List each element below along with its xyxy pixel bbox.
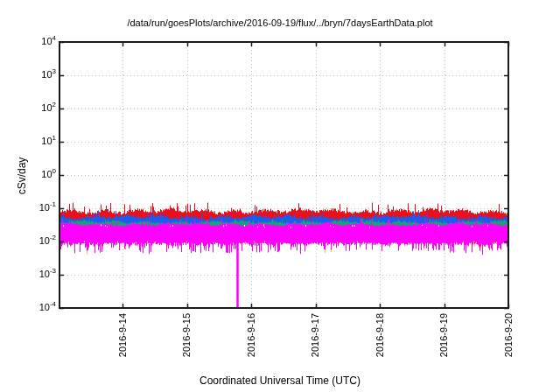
x-tick-label: 2016-9-18 — [374, 313, 386, 357]
chart-canvas — [0, 0, 560, 392]
x-tick-label: 2016-9-14 — [117, 313, 129, 357]
x-tick-label: 2016-9-16 — [246, 313, 257, 357]
y-tick-label: 10-1 — [0, 201, 56, 214]
y-tick-label: 104 — [0, 35, 56, 47]
y-tick-label: 10-3 — [0, 268, 56, 280]
y-tick-label: 103 — [0, 68, 56, 80]
y-tick-label: 100 — [0, 168, 56, 180]
y-tick-label: 102 — [0, 102, 56, 114]
x-tick-label: 2016-9-15 — [181, 313, 192, 357]
x-tick-label: 2016-9-19 — [438, 313, 450, 357]
y-tick-label: 10-2 — [0, 234, 56, 247]
plot-window: /data/run/goesPlots/archive/2016-09-19/f… — [0, 0, 560, 392]
y-tick-label: 10-4 — [0, 301, 56, 313]
chart-title: /data/run/goesPlots/archive/2016-09-19/f… — [0, 17, 560, 29]
x-axis-label: Coordinated Universal Time (UTC) — [0, 374, 560, 388]
y-tick-label: 101 — [0, 135, 56, 147]
x-tick-label: 2016-9-20 — [503, 313, 514, 357]
x-tick-label: 2016-9-17 — [310, 313, 321, 357]
